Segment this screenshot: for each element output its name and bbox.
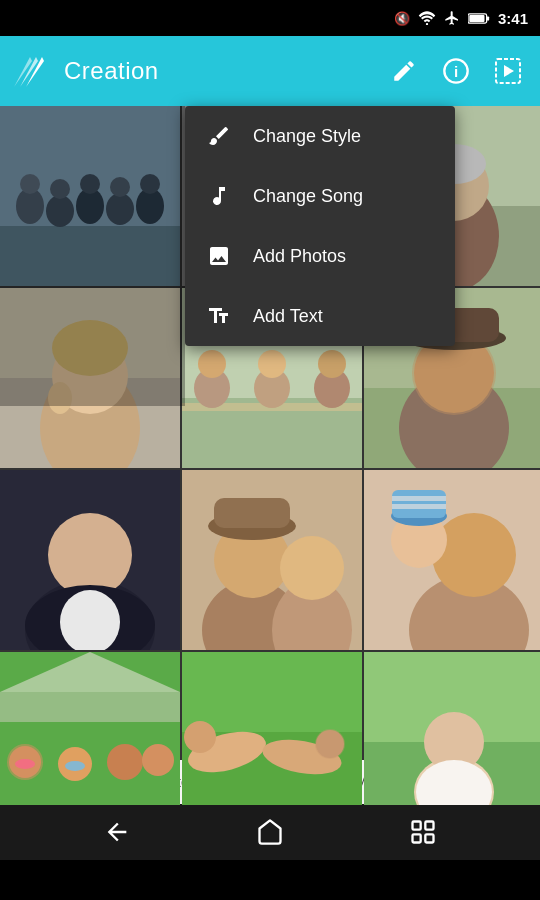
svg-rect-70 [0,652,180,805]
recents-button[interactable] [401,810,445,854]
svg-rect-95 [426,834,434,842]
add-text-label: Add Text [253,306,323,327]
app-logo [12,53,52,89]
photo-icon [205,242,233,270]
svg-point-89 [414,757,494,805]
svg-rect-44 [364,388,540,468]
svg-rect-59 [214,498,290,528]
svg-rect-80 [182,652,362,805]
svg-point-73 [7,744,43,780]
svg-rect-87 [364,652,540,805]
svg-marker-71 [0,652,180,692]
svg-point-65 [391,512,447,568]
photo-7[interactable] [0,470,180,650]
svg-text:i: i [454,63,458,80]
svg-point-82 [184,724,271,779]
svg-point-84 [260,734,344,779]
svg-point-78 [15,759,35,769]
svg-rect-69 [392,504,446,509]
photo-12[interactable] [364,652,540,805]
menu-item-change-song[interactable]: Change Song [185,166,455,226]
svg-rect-94 [413,834,421,842]
svg-rect-67 [392,490,446,518]
menu-item-add-photos[interactable]: Add Photos [185,226,455,286]
paintbrush-icon [205,122,233,150]
home-button[interactable] [248,810,292,854]
svg-point-79 [65,761,85,771]
airplane-icon [444,10,460,26]
svg-point-51 [25,580,155,650]
svg-point-76 [107,744,143,780]
svg-point-57 [214,522,290,598]
play-button[interactable] [488,51,528,91]
status-time: 3:41 [498,10,528,27]
svg-point-61 [280,536,344,600]
header: Creation i [0,36,540,106]
svg-point-58 [208,512,296,540]
svg-point-41 [314,368,350,408]
mute-icon: 🔇 [394,11,410,26]
svg-point-56 [202,580,302,650]
photo-8[interactable] [182,470,362,650]
photo-11[interactable] [182,652,362,805]
edit-button[interactable] [384,51,424,91]
photo-9[interactable] [364,470,540,650]
dropdown-menu: Change Style Change Song Add Photos Add … [185,106,455,346]
svg-point-83 [184,721,216,753]
svg-point-77 [142,744,174,776]
add-photos-label: Add Photos [253,246,346,267]
back-button[interactable] [95,810,139,854]
wifi-icon [418,11,436,25]
svg-point-75 [58,747,92,781]
svg-rect-88 [364,742,540,805]
svg-rect-68 [392,496,446,501]
svg-point-38 [198,350,226,378]
svg-point-86 [316,730,344,758]
svg-point-66 [391,506,447,526]
music-note-icon [205,182,233,210]
svg-point-60 [272,580,352,650]
svg-rect-93 [426,822,434,830]
svg-rect-35 [182,398,362,468]
battery-icon [468,12,490,25]
navigation-bar [0,804,540,860]
svg-point-90 [424,712,484,772]
menu-item-add-text[interactable]: Add Text [185,286,455,346]
svg-rect-81 [182,732,362,805]
svg-point-42 [318,350,346,378]
svg-point-40 [258,350,286,378]
svg-point-0 [426,23,428,25]
svg-point-45 [399,373,509,468]
svg-rect-3 [469,15,484,22]
text-box-icon [205,302,233,330]
svg-point-63 [409,575,529,650]
svg-point-39 [254,368,290,408]
photo-10[interactable] [0,652,180,805]
change-song-label: Change Song [253,186,363,207]
svg-point-64 [432,513,516,597]
svg-rect-2 [487,16,490,20]
svg-marker-10 [504,65,514,77]
svg-rect-55 [182,470,362,650]
svg-point-85 [315,729,345,759]
svg-point-53 [25,585,155,650]
app-title: Creation [64,57,372,85]
svg-point-74 [9,746,41,778]
info-button[interactable]: i [436,51,476,91]
svg-rect-62 [364,470,540,650]
status-bar: 🔇 3:41 [0,0,540,36]
svg-point-91 [416,760,492,805]
menu-overlay-dim [0,106,185,406]
svg-rect-36 [182,403,362,411]
svg-rect-50 [0,470,180,650]
svg-point-54 [60,590,120,650]
svg-point-52 [48,513,132,597]
svg-rect-72 [0,692,180,722]
svg-point-37 [194,368,230,408]
svg-rect-92 [413,822,421,830]
change-style-label: Change Style [253,126,361,147]
menu-item-change-style[interactable]: Change Style [185,106,455,166]
